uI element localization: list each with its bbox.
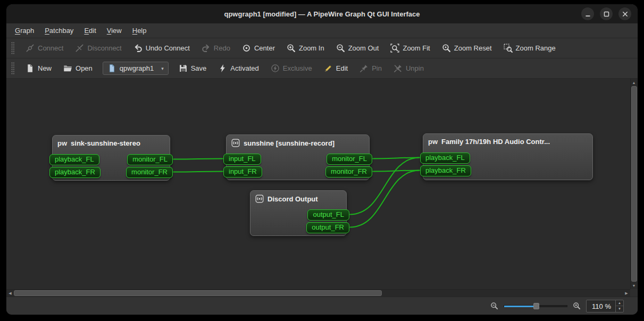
node-title: sunshine [sunshine-record] — [244, 139, 334, 147]
port-playback-fr[interactable]: playback_FR — [420, 165, 471, 176]
tool-label: Zoom Fit — [403, 44, 430, 52]
edit-button[interactable]: Edit — [318, 61, 354, 75]
zoom-out-button[interactable]: Zoom Out — [330, 41, 385, 55]
tool-label: Undo Connect — [146, 44, 190, 52]
tool-label: Pin — [372, 64, 382, 72]
tool-label: Exclusive — [283, 64, 312, 72]
port-monitor-fl[interactable]: monitor_FL — [327, 154, 372, 165]
toolbar-graph: ConnectDisconnectUndo ConnectRedoCenterZ… — [6, 38, 638, 58]
scroll-up-arrow[interactable]: ▲ — [630, 79, 638, 86]
vscroll-handle[interactable] — [631, 86, 637, 282]
window-controls — [581, 7, 631, 20]
port-playback-fl[interactable]: playback_FL — [420, 153, 470, 164]
toolbar-handle[interactable] — [11, 42, 15, 55]
scroll-right-arrow[interactable]: ▶ — [623, 290, 630, 297]
zoom-reset-icon — [442, 44, 451, 53]
node-header: sunshine [sunshine-record] — [227, 135, 369, 151]
zoom-spinbox[interactable]: 110 % ▲ ▼ — [586, 300, 624, 312]
new-file-icon — [26, 64, 35, 73]
tool-label: New — [38, 64, 52, 72]
unpin-button[interactable]: Unpin — [388, 61, 430, 75]
port-input-fr[interactable]: input_FR — [223, 166, 262, 178]
port-input-fl[interactable]: input_FL — [223, 154, 261, 165]
pipewire-icon: pw — [428, 138, 438, 146]
node-title: sink-sunshine-stereo — [71, 139, 140, 147]
node-discord-output[interactable]: Discord Outputoutput_FLoutput_FR — [250, 190, 347, 236]
redo-button[interactable]: Redo — [196, 41, 236, 55]
spin-down-button[interactable]: ▼ — [616, 306, 623, 312]
activated-button[interactable]: Activated — [212, 61, 264, 75]
disconnect-button[interactable]: Disconnect — [69, 41, 127, 55]
port-output-fl[interactable]: output_FL — [307, 209, 349, 221]
menu-graph[interactable]: Graph — [10, 24, 39, 37]
zoom-in-icon — [287, 44, 296, 53]
zoom-slider[interactable] — [504, 302, 567, 310]
qpwgraph1-combo[interactable]: qpwgraph1▾ — [103, 62, 169, 75]
port-monitor-fr[interactable]: monitor_FR — [126, 167, 173, 178]
minimize-icon — [583, 10, 592, 19]
connect-button[interactable]: Connect — [20, 41, 69, 55]
node-header: Discord Output — [250, 191, 346, 207]
maximize-icon — [602, 10, 611, 19]
tool-label: Unpin — [406, 64, 424, 72]
port-monitor-fr[interactable]: monitor_FR — [325, 166, 372, 178]
zoom-value: 110 % — [587, 300, 615, 312]
tool-label: Activated — [230, 64, 258, 72]
zoom-fit-button[interactable]: Zoom Fit — [384, 41, 436, 55]
connect-icon — [26, 44, 35, 53]
menu-help[interactable]: Help — [127, 24, 152, 37]
close-button[interactable] — [618, 7, 631, 20]
speaker-icon — [255, 195, 264, 203]
port-playback-fl[interactable]: playback_FL — [49, 154, 99, 165]
pin-button[interactable]: Pin — [354, 61, 388, 75]
node-header: pwsink-sunshine-stereo — [53, 136, 170, 151]
node-sunshine-sunshine-record[interactable]: sunshine [sunshine-record]input_FLinput_… — [226, 134, 370, 180]
menu-view[interactable]: View — [102, 24, 127, 37]
menu-edit[interactable]: Edit — [79, 24, 101, 37]
save-button[interactable]: Save — [173, 61, 213, 75]
node-header: pwFamily 17h/19h HD Audio Contr... — [423, 134, 592, 149]
port-monitor-fl[interactable]: monitor_FL — [127, 154, 173, 165]
horizontal-scrollbar[interactable]: ◀ ▶ — [6, 289, 630, 297]
zoom-reset-button[interactable]: Zoom Reset — [436, 41, 498, 55]
tool-label: Zoom In — [299, 44, 324, 52]
exclusive-button[interactable]: Exclusive — [265, 61, 318, 75]
hscroll-handle[interactable] — [14, 290, 382, 296]
vertical-scrollbar[interactable]: ▲ ▼ — [630, 79, 638, 289]
minimize-button[interactable] — [581, 7, 594, 20]
slider-fill — [504, 306, 536, 307]
zoom-range-button[interactable]: Zoom Range — [498, 41, 562, 55]
titlebar[interactable]: qpwgraph1 [modified] — A PipeWire Graph … — [6, 4, 638, 23]
window-title: qpwgraph1 [modified] — A PipeWire Graph … — [224, 10, 420, 18]
spin-buttons: ▲ ▼ — [615, 300, 623, 312]
tool-label: Center — [254, 44, 275, 52]
unpin-icon — [394, 64, 403, 73]
spin-up-button[interactable]: ▲ — [616, 300, 623, 307]
undo-connect-button[interactable]: Undo Connect — [128, 41, 196, 55]
menu-patchbay[interactable]: Patchbay — [39, 24, 79, 37]
scroll-down-arrow[interactable]: ▼ — [630, 282, 638, 289]
speaker-icon — [231, 139, 240, 147]
zoom-in-button[interactable]: Zoom In — [281, 41, 330, 55]
node-family-17h-19h-hd-audio-contr[interactable]: pwFamily 17h/19h HD Audio Contr...playba… — [423, 133, 593, 180]
tool-label: Redo — [214, 44, 230, 52]
app-window: qpwgraph1 [modified] — A PipeWire Graph … — [6, 4, 638, 315]
scroll-left-arrow[interactable]: ◀ — [6, 290, 14, 297]
pipewire-icon: pw — [57, 140, 67, 147]
slider-handle[interactable] — [533, 303, 539, 309]
scrollbar-corner — [630, 289, 638, 297]
port-output-fr[interactable]: output_FR — [306, 222, 349, 233]
new-button[interactable]: New — [20, 61, 57, 75]
graph-area[interactable]: pwsink-sunshine-stereoplayback_FLplaybac… — [6, 79, 630, 289]
maximize-button[interactable] — [600, 7, 613, 20]
close-icon — [621, 10, 630, 19]
redo-icon — [202, 44, 211, 53]
center-button[interactable]: Center — [236, 41, 281, 55]
open-button[interactable]: Open — [57, 61, 98, 75]
zoom-in-icon — [573, 302, 581, 310]
toolbar-patchbay: NewOpenqpwgraph1▾SaveActivatedExclusiveE… — [6, 58, 638, 79]
port-playback-fr[interactable]: playback_FR — [49, 167, 101, 178]
node-sink-sunshine-stereo[interactable]: pwsink-sunshine-stereoplayback_FLplaybac… — [52, 135, 170, 181]
canvas[interactable]: pwsink-sunshine-stereoplayback_FLplaybac… — [6, 79, 638, 297]
toolbar-handle[interactable] — [11, 62, 15, 75]
